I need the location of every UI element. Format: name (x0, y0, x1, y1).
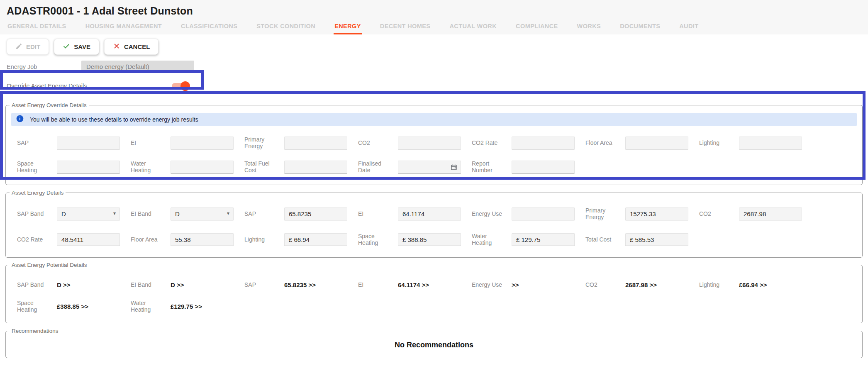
tab-actual-work[interactable]: ACTUAL WORK (449, 23, 497, 34)
water-heating-input[interactable] (171, 161, 234, 173)
field-label-co2-rate: CO2 Rate (472, 139, 512, 146)
field-label-ei: EI (131, 139, 171, 146)
tab-audit[interactable]: AUDIT (678, 23, 699, 34)
field-label-space-heating: Space Heating (17, 300, 57, 313)
field-value-space-heating: £388.85 >> (57, 303, 88, 310)
energy-job-input[interactable]: Demo energy (Default) (81, 61, 194, 73)
field-label-primary-energy: Primary Energy (585, 207, 625, 220)
field-sap: SAP (17, 137, 131, 149)
water-heating-input[interactable]: £ 129.75 (512, 233, 575, 246)
tab-housing-management[interactable]: HOUSING MANAGEMENT (85, 23, 163, 34)
field-label-sap: SAP (244, 210, 284, 217)
field-co2: CO22687.98 >> (585, 281, 699, 288)
field-value-sap-band: D >> (57, 281, 71, 288)
field-label-sap-band: SAP Band (17, 281, 57, 288)
field-label-ei: EI (358, 210, 398, 217)
chevron-down-icon: ▾ (113, 210, 116, 216)
toggle-thumb (180, 81, 190, 91)
field-value-water-heating: £129.75 >> (171, 303, 202, 310)
info-message: You will be able to use these details to… (30, 116, 198, 123)
tab-bar: GENERAL DETAILSHOUSING MANAGEMENTCLASSIF… (0, 20, 868, 34)
finalised-date-input[interactable] (398, 161, 461, 173)
asset-energy-potential-details-section: Asset Energy Potential Details SAP BandD… (5, 262, 863, 323)
override-section-legend: Asset Energy Override Details (10, 102, 89, 108)
field-co2-rate: CO2 Rate48.5411 (17, 233, 131, 246)
field-label-water-heating: Water Heating (472, 233, 512, 246)
field-label-sap: SAP (244, 281, 284, 288)
details-fields-row-1: SAP BandD▾EI BandD▾SAP65.8235EI64.1174En… (6, 201, 862, 227)
tab-classifications[interactable]: CLASSIFICATIONS (180, 23, 238, 34)
co2-rate-input[interactable]: 48.5411 (57, 233, 120, 246)
field-label-ei: EI (358, 281, 398, 288)
report-number-input[interactable] (512, 161, 575, 173)
ei-input[interactable] (171, 137, 234, 149)
field-water-heating: Water Heating£129.75 >> (131, 300, 244, 313)
field-finalised-date: Finalised Date (358, 160, 472, 173)
floor-area-input[interactable]: 55.38 (171, 233, 234, 246)
sap-input[interactable]: 65.8235 (284, 207, 347, 220)
energy-job-label: Energy Job (7, 63, 81, 70)
field-total-fuel-cost: Total Fuel Cost (244, 160, 358, 173)
field-value-ei-band: D >> (171, 281, 184, 288)
tab-stock-condition[interactable]: STOCK CONDITION (256, 23, 316, 34)
field-total-cost: Total Cost£ 585.53 (585, 233, 699, 246)
potential-section-legend: Asset Energy Potential Details (10, 262, 89, 268)
tab-general-details[interactable]: GENERAL DETAILS (7, 23, 67, 34)
field-label-ei-band: EI Band (131, 281, 171, 288)
tab-energy[interactable]: ENERGY (334, 23, 362, 34)
field-space-heating: Space Heating (17, 160, 131, 173)
space-heating-input[interactable] (57, 161, 120, 173)
field-label-lighting: Lighting (244, 236, 284, 243)
field-energy-use: Energy Use>> (472, 281, 585, 288)
tab-documents[interactable]: DOCUMENTS (619, 23, 661, 34)
ei-band-select[interactable]: D▾ (171, 207, 234, 220)
field-label-total-fuel-cost: Total Fuel Cost (244, 160, 284, 173)
field-label-floor-area: Floor Area (585, 139, 625, 146)
energy-use-input[interactable] (512, 207, 575, 220)
floor-area-input[interactable] (625, 137, 688, 149)
field-value-ei: 64.1174 >> (398, 281, 429, 288)
field-ei-band: EI BandD▾ (131, 207, 244, 220)
cancel-button[interactable]: CANCEL (104, 39, 159, 55)
override-toggle[interactable] (172, 81, 190, 91)
primary-energy-input[interactable]: 15275.33 (625, 207, 688, 220)
lighting-input[interactable]: £ 66.94 (284, 233, 347, 246)
space-heating-input[interactable]: £ 388.85 (398, 233, 461, 246)
primary-energy-input[interactable] (284, 137, 347, 149)
field-label-water-heating: Water Heating (131, 300, 171, 313)
calendar-icon[interactable] (450, 163, 458, 172)
field-label-space-heating: Space Heating (17, 160, 57, 173)
field-label-finalised-date: Finalised Date (358, 160, 398, 173)
total-cost-input[interactable]: £ 585.53 (625, 233, 688, 246)
field-label-sap: SAP (17, 139, 57, 146)
field-co2-rate: CO2 Rate (472, 137, 585, 149)
field-label-total-cost: Total Cost (585, 236, 625, 243)
field-ei-band: EI BandD >> (131, 281, 244, 288)
co2-input[interactable]: 2687.98 (739, 207, 802, 220)
co2-rate-input[interactable] (512, 137, 575, 149)
edit-button-label: EDIT (26, 43, 40, 50)
tab-works[interactable]: WORKS (576, 23, 602, 34)
co2-input[interactable] (398, 137, 461, 149)
total-fuel-cost-input[interactable] (284, 161, 347, 173)
field-label-lighting: Lighting (699, 281, 739, 288)
check-icon (63, 42, 70, 51)
field-value-co2: 2687.98 >> (625, 281, 657, 288)
field-ei: EI (131, 137, 244, 149)
save-button[interactable]: SAVE (54, 39, 99, 55)
override-toggle-label: Override Asset Energy Details (7, 83, 87, 89)
sap-input[interactable] (57, 137, 120, 149)
info-icon (16, 115, 24, 124)
ei-input[interactable]: 64.1174 (398, 207, 461, 220)
field-value-sap: 65.8235 >> (284, 281, 316, 288)
sap-band-select[interactable]: D▾ (57, 207, 120, 220)
lighting-input[interactable] (739, 137, 802, 149)
field-sap-band: SAP BandD▾ (17, 207, 131, 220)
field-lighting: Lighting£ 66.94 (244, 233, 358, 246)
tab-decent-homes[interactable]: DECENT HOMES (379, 23, 432, 34)
field-sap-band: SAP BandD >> (17, 281, 131, 288)
tab-compliance[interactable]: COMPLIANCE (515, 23, 558, 34)
edit-button[interactable]: EDIT (7, 39, 49, 55)
field-lighting: Lighting (699, 137, 813, 149)
field-water-heating: Water Heating (131, 160, 244, 173)
